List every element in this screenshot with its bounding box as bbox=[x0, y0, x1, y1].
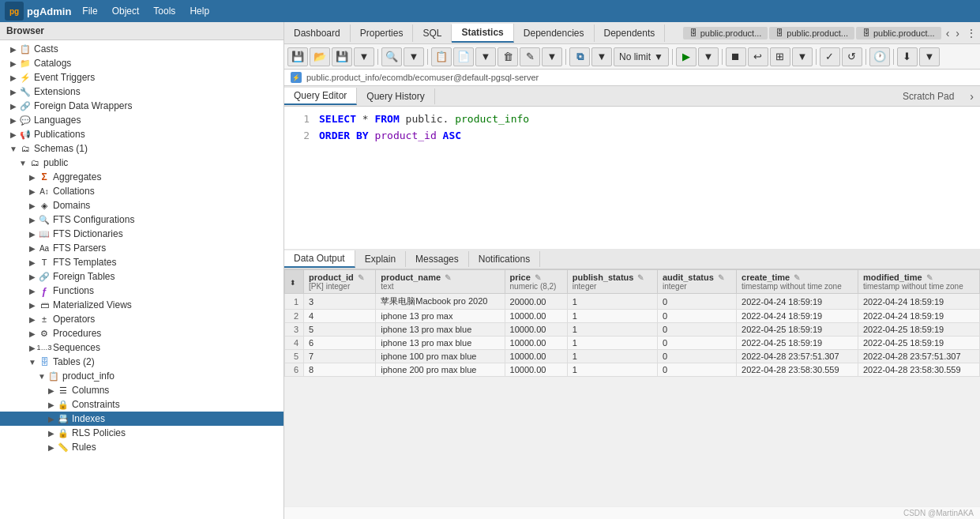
edit-dropdown[interactable]: ▼ bbox=[542, 47, 562, 66]
sidebar-item-public[interactable]: ▼ 🗂 public bbox=[0, 156, 283, 170]
toggle-fts-dictionaries[interactable]: ▶ bbox=[27, 228, 38, 239]
paste-button[interactable]: 📄 bbox=[453, 47, 474, 66]
edit-product-id-icon[interactable]: ✎ bbox=[358, 273, 364, 282]
sidebar-item-casts[interactable]: ▶ 📋 Casts bbox=[0, 42, 283, 56]
sidebar-item-fts-configs[interactable]: ▶ 🔍 FTS Configurations bbox=[0, 212, 283, 227]
download-dropdown[interactable]: ▼ bbox=[919, 47, 940, 66]
toggle-rules[interactable]: ▶ bbox=[46, 442, 57, 453]
edit-publish-status-icon[interactable]: ✎ bbox=[637, 273, 644, 282]
toggle-extensions[interactable]: ▶ bbox=[8, 86, 19, 97]
sidebar-item-foreign-data-wrappers[interactable]: ▶ 🔗 Foreign Data Wrappers bbox=[0, 99, 283, 113]
toggle-publications[interactable]: ▶ bbox=[8, 129, 19, 140]
toggle-constraints[interactable]: ▶ bbox=[46, 399, 57, 410]
col-header-modified-time[interactable]: modified_time ✎ timestamp without time z… bbox=[858, 270, 979, 294]
save-file-button[interactable]: 💾 bbox=[332, 47, 352, 66]
sidebar-item-fts-templates[interactable]: ▶ T FTS Templates bbox=[0, 255, 283, 269]
tab-dependencies[interactable]: Dependencies bbox=[514, 24, 595, 42]
toggle-casts[interactable]: ▶ bbox=[8, 43, 19, 55]
sidebar-item-sequences[interactable]: ▶ 1…3 Sequences bbox=[0, 340, 283, 355]
sidebar-item-columns[interactable]: ▶ ☰ Columns bbox=[0, 383, 283, 397]
tab-prev-button[interactable]: ‹ bbox=[943, 25, 953, 41]
breadcrumb-3[interactable]: 🗄 public.product... bbox=[856, 27, 941, 39]
sidebar-item-constraints[interactable]: ▶ 🔒 Constraints bbox=[0, 397, 283, 412]
stop-button[interactable]: ⏹ bbox=[726, 47, 746, 66]
toggle-collations[interactable]: ▶ bbox=[27, 186, 38, 197]
sidebar-item-extensions[interactable]: ▶ 🔧 Extensions bbox=[0, 85, 283, 99]
undo-button[interactable]: ↩ bbox=[748, 47, 768, 66]
tab-properties[interactable]: Properties bbox=[351, 24, 414, 42]
col-header-product-name[interactable]: product_name ✎ text bbox=[376, 270, 505, 294]
sidebar-item-fts-parsers[interactable]: ▶ Aa FTS Parsers bbox=[0, 241, 283, 255]
toggle-functions[interactable]: ▶ bbox=[27, 285, 38, 296]
menu-object[interactable]: Object bbox=[106, 4, 146, 18]
edit-button[interactable]: ✎ bbox=[520, 47, 540, 66]
sidebar-item-operators[interactable]: ▶ ± Operators bbox=[0, 312, 283, 326]
toggle-languages[interactable]: ▶ bbox=[8, 115, 19, 126]
redo-dropdown[interactable]: ▼ bbox=[792, 47, 813, 66]
tab-next-button[interactable]: › bbox=[952, 25, 963, 41]
sidebar-item-languages[interactable]: ▶ 💬 Languages bbox=[0, 113, 283, 127]
sidebar-item-schemas[interactable]: ▼ 🗂 Schemas (1) bbox=[0, 141, 283, 156]
toggle-schemas[interactable]: ▼ bbox=[8, 143, 19, 154]
tab-dashboard[interactable]: Dashboard bbox=[284, 24, 351, 42]
sidebar-item-fts-dictionaries[interactable]: ▶ 📖 FTS Dictionaries bbox=[0, 227, 283, 241]
sidebar-item-foreign-tables[interactable]: ▶ 🔗 Foreign Tables bbox=[0, 269, 283, 284]
toggle-fts-configs[interactable]: ▶ bbox=[27, 214, 38, 225]
toggle-tables[interactable]: ▼ bbox=[27, 356, 38, 367]
sidebar-item-publications[interactable]: ▶ 📢 Publications bbox=[0, 127, 283, 141]
menu-file[interactable]: File bbox=[76, 4, 103, 18]
sidebar-item-materialized-views[interactable]: ▶ 🗃 Materialized Views bbox=[0, 298, 283, 312]
col-header-price[interactable]: price ✎ numeric (8,2) bbox=[505, 270, 567, 294]
tab-explain[interactable]: Explain bbox=[355, 251, 406, 267]
history-button[interactable]: 🕐 bbox=[869, 47, 890, 66]
col-header-publish-status[interactable]: publish_status ✎ integer bbox=[567, 270, 657, 294]
find-button[interactable]: 🔍 bbox=[381, 47, 402, 66]
save-button[interactable]: 💾 bbox=[287, 47, 308, 66]
tab-dependents[interactable]: Dependents bbox=[595, 24, 666, 42]
filter-button[interactable]: ⧉ bbox=[569, 47, 590, 66]
scratch-pad-expand-icon[interactable]: › bbox=[963, 88, 980, 105]
sidebar-item-event-triggers[interactable]: ▶ ⚡ Event Triggers bbox=[0, 70, 283, 85]
edit-product-name-icon[interactable]: ✎ bbox=[445, 273, 451, 282]
col-header-product-id[interactable]: product_id ✎ [PK] integer bbox=[304, 270, 376, 294]
toggle-public[interactable]: ▼ bbox=[17, 157, 28, 168]
edit-audit-status-icon[interactable]: ✎ bbox=[718, 273, 724, 282]
query-editor-area[interactable]: 1 SELECT * FROM public. product_info 2 O… bbox=[284, 107, 980, 249]
toggle-columns[interactable]: ▶ bbox=[46, 385, 57, 396]
sidebar-item-functions[interactable]: ▶ ƒ Functions bbox=[0, 284, 283, 298]
tab-sql[interactable]: SQL bbox=[413, 24, 452, 42]
filter-dropdown[interactable]: ▼ bbox=[591, 47, 612, 66]
sidebar-item-catalogs[interactable]: ▶ 📁 Catalogs bbox=[0, 56, 283, 70]
toggle-operators[interactable]: ▶ bbox=[27, 314, 38, 325]
breadcrumb-1[interactable]: 🗄 public.product... bbox=[683, 27, 768, 39]
open-button[interactable]: 📂 bbox=[310, 47, 330, 66]
toggle-aggregates[interactable]: ▶ bbox=[27, 171, 38, 182]
tab-more-button[interactable]: ⋮ bbox=[963, 25, 980, 41]
commit-button[interactable]: ✓ bbox=[820, 47, 840, 66]
rollback-button[interactable]: ↺ bbox=[842, 47, 862, 66]
edit-create-time-icon[interactable]: ✎ bbox=[794, 273, 800, 282]
find-dropdown[interactable]: ▼ bbox=[404, 47, 424, 66]
toggle-indexes[interactable]: ▶ bbox=[46, 413, 57, 424]
col-header-audit-status[interactable]: audit_status ✎ integer bbox=[657, 270, 736, 294]
sidebar-item-indexes[interactable]: ▶ 📇 Indexes bbox=[0, 412, 283, 426]
toggle-domains[interactable]: ▶ bbox=[27, 200, 38, 211]
sidebar-item-tables[interactable]: ▼ 🗄 Tables (2) bbox=[0, 355, 283, 369]
copy-button[interactable]: 📋 bbox=[431, 47, 452, 66]
edit-price-icon[interactable]: ✎ bbox=[535, 273, 541, 282]
toggle-rls-policies[interactable]: ▶ bbox=[46, 427, 57, 438]
breadcrumb-2[interactable]: 🗄 public.product... bbox=[769, 27, 854, 39]
tab-data-output[interactable]: Data Output bbox=[284, 250, 355, 268]
tab-query-editor[interactable]: Query Editor bbox=[284, 88, 357, 105]
sidebar-item-aggregates[interactable]: ▶ Σ Aggregates bbox=[0, 170, 283, 184]
sidebar-item-rules[interactable]: ▶ 📏 Rules bbox=[0, 440, 283, 454]
paste-dropdown[interactable]: ▼ bbox=[475, 47, 496, 66]
toggle-foreign-tables[interactable]: ▶ bbox=[27, 271, 38, 282]
delete-button[interactable]: 🗑 bbox=[498, 47, 518, 66]
toggle-fts-parsers[interactable]: ▶ bbox=[27, 243, 38, 254]
tab-query-history[interactable]: Query History bbox=[357, 88, 434, 104]
sidebar-item-domains[interactable]: ▶ ◈ Domains bbox=[0, 198, 283, 212]
col-header-create-time[interactable]: create_time ✎ timestamp without time zon… bbox=[737, 270, 858, 294]
tab-statistics[interactable]: Statistics bbox=[452, 24, 513, 43]
toggle-catalogs[interactable]: ▶ bbox=[8, 58, 19, 69]
